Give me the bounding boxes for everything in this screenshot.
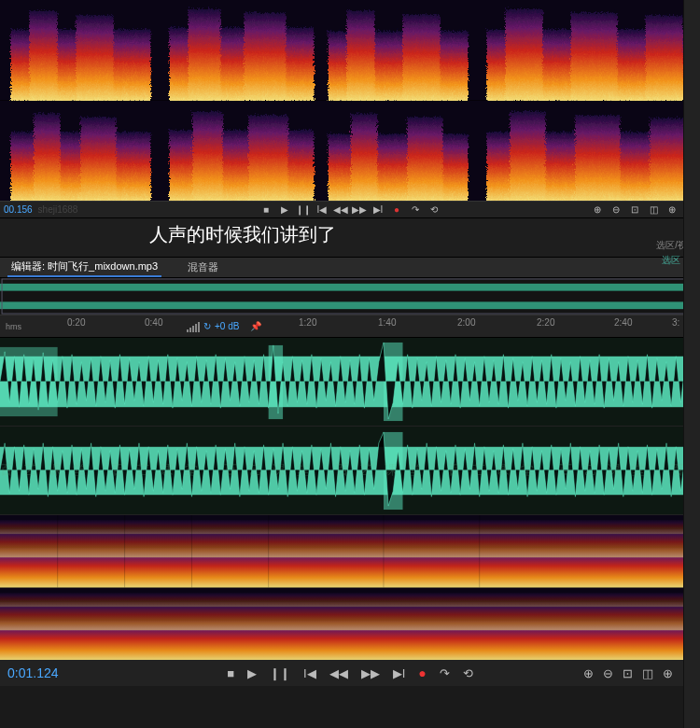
watermark-text: sheji1688 xyxy=(38,204,78,215)
skip-end-button[interactable]: ▶I xyxy=(372,204,384,216)
svg-rect-13 xyxy=(644,14,681,101)
bottom-transport-bar: 0:01.124 ■ ▶ ❙❙ I◀ ◀◀ ▶▶ ▶I ● ↷ ⟲ ⊕ ⊖ ⊡ … xyxy=(0,660,700,686)
zoom-sel-icon[interactable]: ◫ xyxy=(642,666,653,680)
svg-rect-3 xyxy=(75,14,112,101)
tick: 2:20 xyxy=(537,317,554,328)
zoom-in-v-icon[interactable]: ⊕ xyxy=(666,204,678,216)
tick: 0:20 xyxy=(67,317,85,328)
forward-button[interactable]: ▶▶ xyxy=(354,204,365,216)
export-button[interactable]: ↷ xyxy=(440,666,450,680)
spectro-channel-left xyxy=(0,0,700,101)
timecode-display: 0:01.124 xyxy=(7,665,59,680)
tick: 0:40 xyxy=(145,317,162,328)
main-waveform[interactable]: 百艺课堂 百艺课堂 百艺课堂 百艺课堂 百艺课堂 百艺课堂 百艺课堂 百 xyxy=(0,338,700,515)
tick: 1:40 xyxy=(378,317,396,328)
time-unit-label: hms xyxy=(6,322,21,331)
tab-editor[interactable]: 编辑器: 时间飞行_mixdown.mp3 xyxy=(7,258,161,277)
spectro-channel-right xyxy=(0,101,700,202)
level-bars-icon xyxy=(187,321,200,332)
svg-rect-19 xyxy=(191,109,221,201)
svg-rect-11 xyxy=(504,7,541,101)
level-meter-group: ↻ +0 dB 📌 xyxy=(187,321,261,332)
zoom-in-icon[interactable]: ⊕ xyxy=(592,204,603,216)
level-value: +0 dB xyxy=(215,321,239,331)
svg-rect-26 xyxy=(574,113,619,201)
tick: 2:40 xyxy=(614,317,632,328)
rewind-button[interactable]: ◀◀ xyxy=(335,204,346,216)
forward-button[interactable]: ▶▶ xyxy=(361,666,380,680)
svg-rect-25 xyxy=(509,109,544,201)
pause-button[interactable]: ❙❙ xyxy=(298,204,309,216)
svg-rect-17 xyxy=(79,115,115,201)
svg-rect-30 xyxy=(0,301,700,309)
svg-rect-45 xyxy=(0,520,700,534)
svg-rect-55 xyxy=(0,593,700,607)
top-time-readout: 00.156 xyxy=(4,204,33,215)
pin-icon[interactable]: 📌 xyxy=(250,321,261,331)
timeline-ruler[interactable]: hms 0:20 0:40 ↻ +0 dB 📌 1:20 1:40 2:00 2… xyxy=(0,315,700,338)
zoom-in-icon[interactable]: ⊕ xyxy=(583,666,594,680)
watermark-overlay: 百艺课堂 百艺课堂 百艺课堂 百艺课堂 百艺课堂 百艺课堂 百艺课堂 百 xyxy=(0,462,700,479)
subtitle-text: 人声的时候我们讲到了 xyxy=(149,222,336,247)
svg-rect-21 xyxy=(327,132,467,201)
right-sidebar xyxy=(683,0,700,728)
waveform-channel-right: 百艺课堂 百艺课堂 百艺课堂 百艺课堂 百艺课堂 百艺课堂 百艺课堂 百 xyxy=(0,427,700,515)
svg-rect-23 xyxy=(406,115,441,201)
svg-rect-8 xyxy=(345,9,373,101)
play-button[interactable]: ▶ xyxy=(279,204,290,216)
zoom-fit-icon[interactable]: ⊡ xyxy=(623,666,633,680)
play-button[interactable]: ▶ xyxy=(247,666,257,680)
skip-end-button[interactable]: ▶I xyxy=(393,666,406,680)
skip-start-button[interactable]: I◀ xyxy=(303,666,316,680)
export-button[interactable]: ↷ xyxy=(410,204,421,216)
top-transport-bar: 00.156 sheji1688 ■ ▶ ❙❙ I◀ ◀◀ ▶▶ ▶I ● ↷ … xyxy=(0,202,700,218)
tab-mixer[interactable]: 混音器 xyxy=(184,259,222,276)
svg-rect-16 xyxy=(33,111,59,201)
tick: 3: xyxy=(672,317,679,328)
stop-button[interactable]: ■ xyxy=(260,204,272,216)
svg-rect-29 xyxy=(0,284,700,291)
waveform-channel-left xyxy=(0,338,700,427)
top-spectrogram[interactable] xyxy=(0,0,700,202)
skip-start-button[interactable]: I◀ xyxy=(316,204,328,216)
svg-rect-9 xyxy=(401,13,439,101)
svg-rect-12 xyxy=(569,11,616,101)
record-button[interactable]: ● xyxy=(391,204,402,216)
loop-button[interactable]: ⟲ xyxy=(428,204,440,216)
zoom-out-icon[interactable]: ⊖ xyxy=(610,204,622,216)
editor-tabs: 编辑器: 时间飞行_mixdown.mp3 混音器 xyxy=(0,258,700,278)
loop-button[interactable]: ⟲ xyxy=(463,666,473,680)
spectro-lower-left xyxy=(0,515,700,588)
zoom-out-icon[interactable]: ⊖ xyxy=(603,666,613,680)
svg-rect-20 xyxy=(247,113,287,201)
tick: 2:00 xyxy=(457,317,475,328)
svg-rect-6 xyxy=(243,11,285,101)
zoom-fit-icon[interactable]: ⊡ xyxy=(629,204,640,216)
tick: 1:20 xyxy=(299,317,316,328)
record-button[interactable]: ● xyxy=(418,665,426,680)
svg-rect-5 xyxy=(187,7,219,101)
zoom-sel-icon[interactable]: ◫ xyxy=(648,204,659,216)
svg-rect-22 xyxy=(350,111,376,201)
stop-button[interactable]: ■ xyxy=(227,666,234,680)
pause-button[interactable]: ❙❙ xyxy=(270,666,290,680)
lower-spectrogram[interactable] xyxy=(0,515,700,660)
level-reset-icon[interactable]: ↻ xyxy=(203,321,211,331)
subtitle-strip: 人声的时候我们讲到了 xyxy=(0,218,700,258)
svg-rect-27 xyxy=(649,116,684,201)
svg-rect-18 xyxy=(168,128,313,201)
zoom-in-v-icon[interactable]: ⊕ xyxy=(663,666,673,680)
rewind-button[interactable]: ◀◀ xyxy=(329,666,348,680)
overview-waveform[interactable] xyxy=(0,278,700,315)
spectro-lower-right xyxy=(0,588,700,661)
svg-rect-2 xyxy=(28,9,56,101)
